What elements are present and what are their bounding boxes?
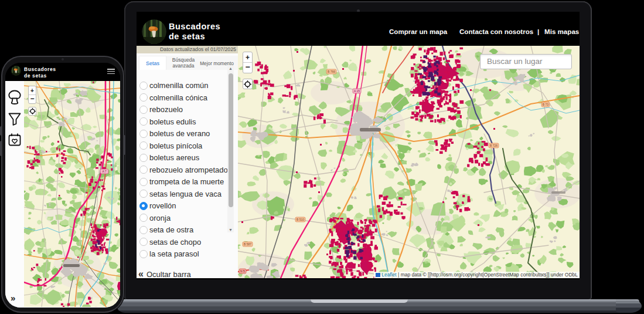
svg-text:A 7: A 7 [102, 170, 106, 173]
svg-text:B 510: B 510 [297, 218, 304, 221]
svg-text:B 73: B 73 [543, 103, 549, 106]
svg-text:B 587: B 587 [244, 242, 251, 246]
svg-text:B 766: B 766 [328, 70, 335, 73]
svg-text:A 15: A 15 [354, 89, 360, 93]
svg-text:B 726: B 726 [490, 144, 498, 147]
svg-text:N 5: N 5 [240, 269, 245, 273]
